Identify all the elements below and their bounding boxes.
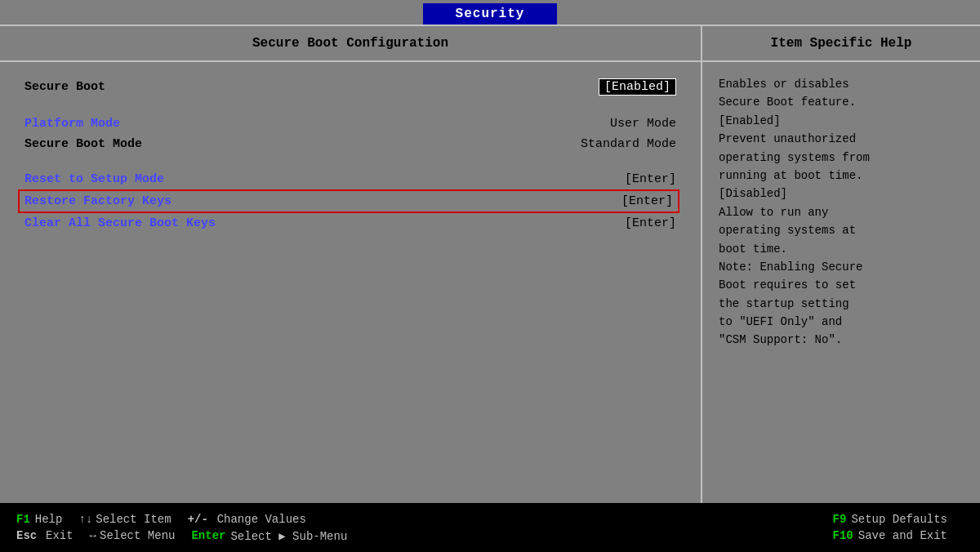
secure-boot-label: Secure Boot: [24, 80, 105, 94]
platform-mode-label: Platform Mode: [24, 117, 120, 131]
right-panel-header: Item Specific Help: [702, 26, 980, 62]
enter-key: Enter: [191, 529, 225, 542]
key-f1: F1 Help: [16, 513, 62, 526]
right-panel: Item Specific Help Enables or disables S…: [702, 26, 980, 503]
title-bar: Security: [0, 0, 980, 24]
reset-setup-mode-value: [Enter]: [625, 172, 676, 186]
bios-screen: Security Secure Boot Configuration Secur…: [0, 0, 980, 552]
f1-key: F1: [16, 513, 30, 526]
leftright-arrow: ↔: [90, 529, 96, 542]
clear-secure-boot-keys-label: Clear All Secure Boot Keys: [24, 216, 216, 230]
enter-desc: Select ▶ Sub-Menu: [230, 529, 347, 543]
active-tab[interactable]: Security: [423, 3, 558, 24]
secure-boot-mode-value: Standard Mode: [581, 137, 676, 151]
left-panel-header: Secure Boot Configuration: [0, 26, 701, 62]
bottom-row-1: F1 Help ↑↓ Select Item +/- Change Values…: [16, 513, 964, 526]
f10-desc: Save and Exit: [858, 529, 947, 542]
f9-key: F9: [833, 513, 847, 526]
main-content: Secure Boot Configuration Secure Boot [E…: [0, 24, 980, 503]
secure-boot-section: Secure Boot [Enabled]: [24, 78, 676, 96]
reset-setup-mode-row[interactable]: Reset to Setup Mode [Enter]: [24, 172, 676, 186]
secure-boot-value: [Enabled]: [599, 78, 676, 96]
esc-desc: Exit: [46, 529, 74, 542]
select-item-desc: Select Item: [96, 513, 171, 526]
plusminus-key: +/-: [188, 513, 212, 526]
f1-desc: Help: [35, 513, 63, 526]
select-menu-desc: Select Menu: [100, 529, 175, 542]
platform-mode-row[interactable]: Platform Mode User Mode: [24, 117, 676, 131]
restore-factory-keys-row[interactable]: Restore Factory Keys [Enter]: [21, 193, 676, 210]
key-enter: Enter Select ▶ Sub-Menu: [191, 529, 347, 543]
clear-secure-boot-keys-value: [Enter]: [625, 216, 676, 230]
clear-secure-boot-keys-row[interactable]: Clear All Secure Boot Keys [Enter]: [24, 216, 676, 230]
bottom-row-2: Esc Exit ↔ Select Menu Enter Select ▶ Su…: [16, 529, 964, 543]
secure-boot-mode-row[interactable]: Secure Boot Mode Standard Mode: [24, 137, 676, 151]
key-f10: F10 Save and Exit: [833, 529, 947, 542]
key-f9: F9 Setup Defaults: [833, 513, 947, 526]
bottom-bar-rows: F1 Help ↑↓ Select Item +/- Change Values…: [16, 513, 964, 543]
restore-factory-keys-value: [Enter]: [621, 194, 673, 208]
left-panel-body: Secure Boot [Enabled] Platform Mode User…: [0, 62, 701, 503]
esc-key: Esc: [16, 529, 41, 542]
bottom-bar: F1 Help ↑↓ Select Item +/- Change Values…: [0, 503, 980, 552]
platform-mode-value: User Mode: [610, 117, 676, 131]
f10-key: F10: [833, 529, 853, 542]
key-select-menu: ↔ Select Menu: [90, 529, 176, 542]
key-esc: Esc Exit: [16, 529, 74, 542]
actions-section: Reset to Setup Mode [Enter] Restore Fact…: [24, 172, 676, 230]
updown-arrow: ↑↓: [78, 513, 92, 526]
platform-mode-section: Platform Mode User Mode Secure Boot Mode…: [24, 117, 676, 151]
key-change-values: +/- Change Values: [188, 513, 306, 526]
restore-factory-keys-label: Restore Factory Keys: [24, 194, 172, 208]
help-text: Enables or disables Secure Boot feature.…: [702, 62, 980, 363]
key-select-item: ↑↓ Select Item: [78, 513, 171, 526]
secure-boot-row[interactable]: Secure Boot [Enabled]: [24, 78, 676, 96]
secure-boot-mode-label: Secure Boot Mode: [24, 137, 142, 151]
left-panel: Secure Boot Configuration Secure Boot [E…: [0, 26, 702, 503]
f9-desc: Setup Defaults: [851, 513, 947, 526]
change-values-desc: Change Values: [217, 513, 306, 526]
reset-setup-mode-label: Reset to Setup Mode: [24, 172, 164, 186]
